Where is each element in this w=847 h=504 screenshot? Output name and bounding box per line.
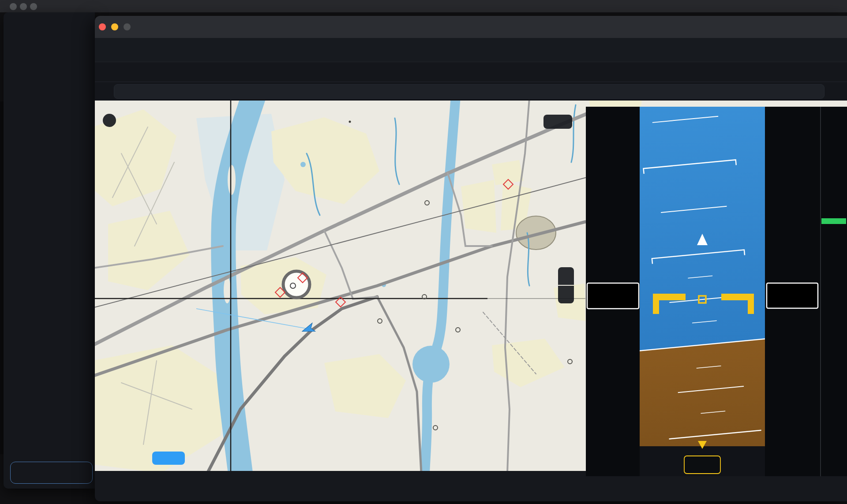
flight-status-bar [95, 62, 847, 82]
zoom-window-icon[interactable] [124, 23, 131, 30]
close-icon[interactable] [99, 23, 106, 30]
minimize-icon[interactable] [20, 3, 27, 10]
efb-window [95, 16, 847, 501]
close-icon[interactable] [10, 3, 17, 10]
altitude-readout [767, 283, 818, 308]
desktop [0, 0, 847, 504]
background-window-titlebar [0, 0, 847, 12]
mountain [516, 216, 556, 250]
chambly-basin [412, 346, 450, 383]
minimize-icon[interactable] [111, 23, 118, 30]
search-input[interactable] [114, 84, 825, 99]
pfd-toggle-button[interactable] [152, 452, 185, 465]
heading-strip [640, 441, 765, 476]
fpl-search-row [95, 82, 847, 101]
poh-sidebar-window [4, 12, 95, 489]
pfd-panel [586, 107, 847, 476]
efb-titlebar [95, 16, 847, 38]
speed-readout [587, 283, 639, 309]
vsi-bug [821, 218, 846, 224]
bottom-nav [95, 478, 847, 497]
efb-header [95, 38, 847, 62]
north-up-button[interactable] [103, 114, 116, 127]
airport-cyhu [283, 271, 310, 298]
zoom-in-button[interactable] [558, 267, 574, 285]
free-pan-button[interactable] [543, 115, 572, 129]
zoom-out-button[interactable] [558, 286, 574, 303]
zoom-window-icon[interactable] [30, 3, 37, 10]
sidebar-map-button[interactable] [10, 462, 93, 484]
